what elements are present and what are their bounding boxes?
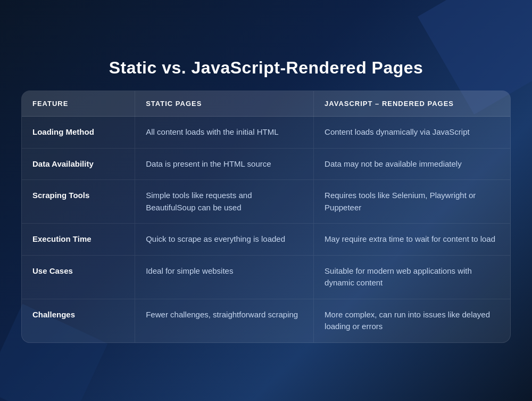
cell-static: Quick to scrape as everything is loaded [135,224,314,256]
cell-feature: Loading Method [22,117,135,149]
table-row: Data AvailabilityData is present in the … [22,148,510,180]
cell-js: Suitable for modern web applications wit… [314,255,510,299]
cell-js: Content loads dynamically via JavaScript [314,117,510,149]
header-js: JavaScript – Rendered Pages [314,91,510,117]
cell-feature: Execution Time [22,224,135,256]
cell-js: May require extra time to wait for conte… [314,224,510,256]
table-row: Scraping ToolsSimple tools like requests… [22,180,510,224]
cell-static: Ideal for simple websites [135,255,314,299]
main-container: Static vs. JavaScript-Rendered Pages Fea… [21,58,511,343]
cell-js: Requires tools like Selenium, Playwright… [314,180,510,224]
cell-static: Fewer challenges, straightforward scrapi… [135,299,314,342]
header-static: Static Pages [135,91,314,117]
table-row: ChallengesFewer challenges, straightforw… [22,299,510,342]
cell-feature: Challenges [22,299,135,342]
cell-static: Data is present in the HTML source [135,148,314,180]
page-title: Static vs. JavaScript-Rendered Pages [21,58,511,78]
table-row: Execution TimeQuick to scrape as everyth… [22,224,510,256]
comparison-table: Feature Static Pages JavaScript – Render… [22,91,510,342]
table-row: Use CasesIdeal for simple websitesSuitab… [22,255,510,299]
table-row: Loading MethodAll content loads with the… [22,117,510,149]
table-header-row: Feature Static Pages JavaScript – Render… [22,91,510,117]
header-feature: Feature [22,91,135,117]
cell-static: Simple tools like requests and Beautiful… [135,180,314,224]
cell-static: All content loads with the initial HTML [135,117,314,149]
cell-feature: Scraping Tools [22,180,135,224]
cell-feature: Data Availability [22,148,135,180]
cell-js: Data may not be available immediately [314,148,510,180]
table-wrapper: Feature Static Pages JavaScript – Render… [21,91,511,343]
cell-js: More complex, can run into issues like d… [314,299,510,342]
cell-feature: Use Cases [22,255,135,299]
